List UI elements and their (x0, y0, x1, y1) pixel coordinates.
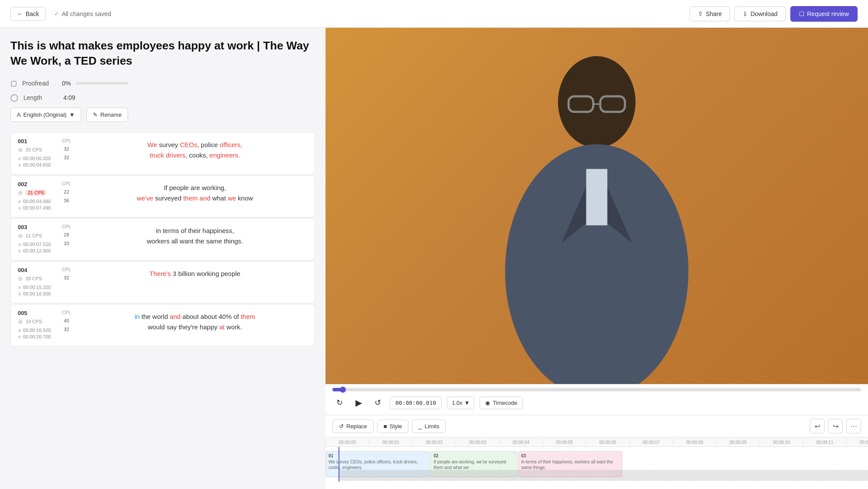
time-start-icon[interactable]: ⊕ (18, 199, 21, 204)
segment-005: 005⊕19 CPS⊕00:00:16.920⊕00:00:20.700CPL4… (10, 304, 315, 346)
text-part: we (228, 194, 236, 202)
track-segment-label: 02 (434, 453, 514, 458)
time-end-icon[interactable]: ⊕ (18, 292, 21, 296)
text-part: survey (157, 141, 180, 148)
undo-button[interactable]: ↩ (810, 419, 825, 433)
rewind-button[interactable]: ↻ (332, 396, 346, 410)
share-label: Share (706, 10, 722, 17)
redo-button[interactable]: ↪ (828, 419, 843, 433)
cpl-value: 40 (64, 317, 69, 325)
style-button[interactable]: ■ Style (377, 420, 409, 433)
video-person-figure (393, 46, 800, 384)
ruler-mark: 00:00:07 (629, 439, 673, 445)
limits-label: Limits (424, 423, 439, 430)
style-icon: ■ (384, 423, 387, 430)
scrubber-handle[interactable] (340, 387, 346, 393)
time-start-icon[interactable]: ⊕ (18, 242, 21, 247)
segment-meta: 005⊕19 CPS⊕00:00:16.920⊕00:00:20.700 (18, 310, 51, 341)
playback-row: ↻ ▶ ↺ 00:00:00.010 1.0x ▼ ◉ Timecode (332, 396, 861, 410)
cpl-value: 22 (64, 188, 69, 197)
segment-text[interactable]: There's 3 billion working people (82, 267, 308, 298)
speed-value: 1.0x (452, 400, 463, 406)
text-part: work. (225, 323, 242, 331)
cpl-value: 32 (64, 325, 69, 334)
bottom-timeline: 00:00:0000:00:0100:00:0200:00:0300:00:04… (326, 437, 868, 489)
text-part: , police (197, 141, 220, 148)
text-part: We (148, 141, 157, 148)
proofread-progress-bar (76, 82, 128, 85)
ruler-mark: 00:00:03 (456, 439, 499, 445)
replace-label: Replace (346, 423, 367, 430)
timeline-tracks-container: 01We survey CEOs, police officers, truck… (326, 447, 868, 482)
speed-selector[interactable]: 1.0x ▼ (447, 397, 474, 409)
ruler-mark: 00:00:04 (499, 439, 542, 445)
segment-times: ⊕00:00:16.920⊕00:00:20.700 (18, 328, 51, 339)
replace-button[interactable]: ↺ Replace (332, 420, 374, 433)
time-start-icon[interactable]: ⊕ (18, 156, 21, 161)
track-segment-text: If people are working, we've surveyed th… (434, 459, 514, 470)
segment-cpl: CPL3232 (58, 138, 75, 169)
segment-cps: 15 CPS (26, 147, 42, 152)
segment-text[interactable]: If people are working,we've surveyed the… (82, 181, 308, 212)
segment-times: ⊕00:00:00.320⊕00:00:04.650 (18, 156, 51, 167)
cpl-label: CPL (62, 224, 71, 229)
time-start: ⊕00:00:16.920 (18, 328, 51, 333)
saved-status: ✓ All changes saved (54, 10, 111, 17)
time-end-icon[interactable]: ⊕ (18, 163, 21, 167)
request-review-button[interactable]: ☐ Request review (790, 6, 858, 22)
video-title: This is what makes employees happy at wo… (10, 38, 315, 69)
segment-text[interactable]: in the world and about about 40% of them… (82, 310, 308, 341)
timeline-scrubber[interactable] (332, 388, 861, 391)
chevron-down-icon: ▼ (69, 112, 75, 118)
text-part: know (236, 194, 253, 202)
ruler-mark: 00:00:06 (586, 439, 629, 445)
time-end-icon[interactable]: ⊕ (18, 249, 21, 253)
rename-button[interactable]: ✎ Rename (86, 108, 128, 122)
video-controls: ↻ ▶ ↺ 00:00:00.010 1.0x ▼ ◉ Timecode (326, 384, 868, 415)
add-time-icon[interactable]: ⊕ (18, 318, 23, 325)
time-start-icon[interactable]: ⊕ (18, 285, 21, 290)
limits-button[interactable]: ⎯ Limits (412, 420, 446, 433)
fast-forward-button[interactable]: ↺ (371, 396, 385, 410)
add-time-icon[interactable]: ⊕ (18, 146, 23, 153)
back-button[interactable]: ← Back (10, 7, 46, 21)
add-time-icon[interactable]: ⊕ (18, 275, 23, 282)
timecode-button[interactable]: ◉ Timecode (480, 397, 523, 409)
language-selector[interactable]: A English (Original) ▼ (10, 108, 81, 122)
segment-text[interactable]: in terms of their happiness,workers all … (82, 224, 308, 255)
back-arrow-icon: ← (17, 10, 23, 17)
segment-cpl: CPL2236 (58, 181, 75, 212)
proofread-label: Proofread (22, 80, 57, 87)
time-end: ⊕00:00:16.900 (18, 291, 51, 296)
text-part: would say they're happy (148, 323, 220, 331)
cpl-value: 33 (64, 240, 69, 248)
time-start-icon[interactable]: ⊕ (18, 328, 21, 333)
add-time-icon[interactable]: ⊕ (18, 232, 23, 239)
segment-times: ⊕00:00:07.520⊕00:00:12.960 (18, 242, 51, 253)
text-part: surveyed (153, 194, 183, 202)
time-end-icon[interactable]: ⊕ (18, 206, 21, 210)
cpl-label: CPL (62, 267, 71, 272)
time-end: ⊕00:00:12.960 (18, 248, 51, 253)
more-options-icon: ⋯ (850, 422, 857, 430)
more-options-button[interactable]: ⋯ (846, 419, 861, 433)
segments-list: 001⊕15 CPS⊕00:00:00.320⊕00:00:04.650CPL3… (10, 132, 315, 346)
ruler-mark: 00:00:08 (673, 439, 716, 445)
text-part: in terms of their happiness, (156, 227, 234, 234)
editor-toolbar: ↺ Replace ■ Style ⎯ Limits ↩ ↪ ⋯ (326, 415, 868, 437)
header-left: ← Back ✓ All changes saved (10, 7, 111, 21)
play-button[interactable]: ▶ (352, 396, 365, 410)
length-row: ◯ Length 4:09 (10, 93, 315, 102)
text-part: 3 billion working people (171, 270, 240, 277)
length-value: 4:09 (63, 94, 75, 101)
time-end-icon[interactable]: ⊕ (18, 335, 21, 339)
svg-rect-9 (586, 169, 608, 225)
text-part: workers all want the same things. (147, 237, 243, 245)
add-time-icon[interactable]: ⊕ (18, 189, 23, 196)
ruler-mark: 00:00:10 (760, 439, 803, 445)
share-button[interactable]: ⇧ Share (690, 7, 730, 21)
segment-text[interactable]: We survey CEOs, police officers,truck dr… (82, 138, 308, 169)
controls-row: A English (Original) ▼ ✎ Rename (10, 108, 315, 122)
text-part: engineers. (210, 151, 240, 159)
download-button[interactable]: ⇩ Download (734, 7, 786, 21)
